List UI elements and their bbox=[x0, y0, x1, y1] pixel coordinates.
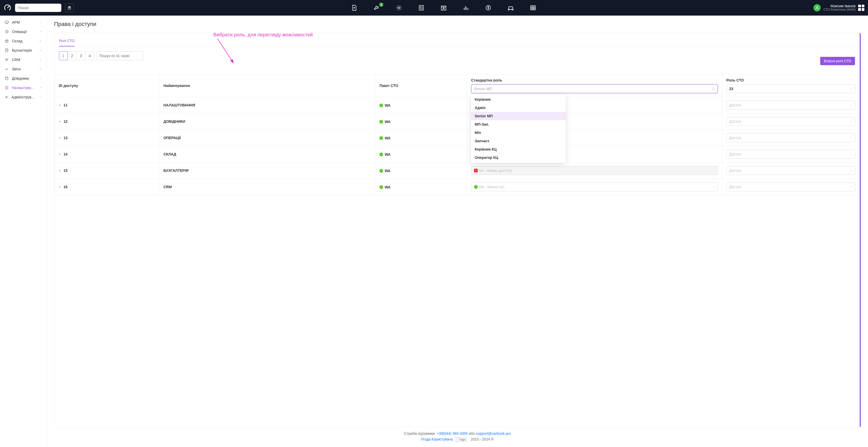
sto-role-select[interactable]: Доступ bbox=[726, 150, 855, 159]
user-name: Максим Іванов bbox=[823, 4, 856, 8]
sidebar-item-directories[interactable]: Довідники bbox=[0, 74, 46, 83]
role-option[interactable]: Керівник bbox=[471, 95, 566, 104]
top-nav: 3 bbox=[78, 4, 810, 11]
sliders-icon bbox=[5, 85, 8, 90]
sto-role-select[interactable]: Доступ bbox=[726, 166, 855, 175]
cell-sto-role: Доступ bbox=[722, 113, 860, 130]
role-option[interactable]: Адмін bbox=[471, 104, 566, 112]
page-2[interactable]: 2 bbox=[68, 51, 77, 60]
sel-placeholder: Доступ bbox=[729, 152, 741, 156]
sidebar-item-arm[interactable]: АРМ bbox=[0, 18, 46, 27]
user-block[interactable]: Максим Іванов СТО Клекотина (9444) bbox=[813, 4, 864, 12]
expand-icon[interactable]: + bbox=[59, 152, 61, 156]
role-option[interactable]: Запчаст. bbox=[471, 137, 566, 145]
page-3[interactable]: 3 bbox=[77, 51, 86, 60]
cell-sto-role: Доступ bbox=[722, 179, 860, 195]
sidebar-item-warehouse[interactable]: Склад bbox=[0, 36, 46, 46]
cell-pkg: WA bbox=[375, 113, 467, 130]
cell-name: БУХГАЛТЕРІЯ bbox=[159, 163, 375, 179]
nav-car[interactable] bbox=[507, 4, 514, 11]
car-icon bbox=[507, 5, 514, 11]
footer-email[interactable]: support@carbook.pro bbox=[476, 432, 511, 436]
svg-rect-10 bbox=[441, 6, 446, 10]
std-role-filter-value: Senior МП bbox=[474, 87, 492, 91]
chevron-down-icon bbox=[850, 87, 853, 90]
expand-icon[interactable]: + bbox=[59, 136, 61, 140]
std-role-filter[interactable]: Senior МП bbox=[471, 84, 718, 93]
speedometer-icon bbox=[4, 4, 11, 12]
chevron-down-icon bbox=[39, 96, 42, 99]
sel-text: WA - Міняти всі bbox=[479, 185, 504, 189]
std-role-dropdown: Керівник Адмін Senior МП МП-Зап. М/п Зап… bbox=[471, 94, 566, 163]
sto-role-select[interactable]: Доступ bbox=[726, 133, 855, 142]
role-option[interactable]: Керівник КЦ bbox=[471, 145, 566, 153]
user-icon bbox=[815, 6, 819, 10]
sto-role-filter[interactable]: 23 bbox=[726, 84, 855, 93]
gear-icon bbox=[396, 5, 402, 11]
sidebar-item-accounting[interactable]: Бухгалтерія bbox=[0, 46, 46, 55]
chevron-down-icon bbox=[39, 68, 42, 71]
chart-icon bbox=[5, 67, 9, 71]
cell-std-role: NA - Немає доступу bbox=[467, 163, 722, 179]
expand-icon[interactable]: + bbox=[59, 119, 61, 124]
nav-grid[interactable] bbox=[529, 4, 537, 11]
global-search[interactable] bbox=[15, 4, 61, 12]
footer-agreement[interactable]: Угода Користувача bbox=[421, 437, 453, 441]
role-option[interactable]: МП-Зап. bbox=[471, 120, 566, 129]
pkg-value: WA bbox=[384, 103, 391, 107]
apps-icon[interactable] bbox=[858, 5, 864, 11]
nav-tools[interactable]: 3 bbox=[373, 4, 380, 11]
sel-placeholder: Доступ bbox=[729, 136, 741, 140]
table-icon bbox=[530, 5, 536, 11]
check-icon bbox=[379, 104, 383, 107]
bank-button[interactable] bbox=[65, 4, 74, 12]
sto-role-select[interactable]: Доступ bbox=[726, 117, 855, 126]
sidebar-item-operations[interactable]: Операції bbox=[0, 27, 46, 36]
row-id: 13 bbox=[63, 136, 68, 140]
expand-icon[interactable]: + bbox=[59, 169, 61, 173]
svg-point-9 bbox=[422, 8, 423, 9]
logo[interactable] bbox=[4, 4, 11, 12]
dollar-icon bbox=[485, 5, 491, 11]
th-id: ID доступу bbox=[55, 74, 159, 97]
sto-role-select[interactable]: Доступ bbox=[726, 182, 855, 191]
svg-rect-35 bbox=[5, 77, 8, 80]
user-org: СТО Клекотина (9444) bbox=[823, 8, 856, 12]
table-row: +14СКЛАДWAДоступ bbox=[55, 146, 860, 163]
role-option[interactable]: М/п bbox=[471, 129, 566, 137]
nav-money[interactable] bbox=[485, 4, 492, 11]
page-1[interactable]: 1 bbox=[59, 51, 68, 60]
nav-new-doc[interactable] bbox=[350, 4, 358, 11]
expand-icon[interactable]: + bbox=[59, 103, 61, 107]
nav-sliders[interactable] bbox=[417, 4, 425, 11]
cell-sto-role: Доступ bbox=[722, 130, 860, 146]
sidebar-item-admin[interactable]: Адміністрування bbox=[0, 93, 46, 102]
role-option-selected[interactable]: Senior МП bbox=[471, 112, 566, 120]
expand-icon[interactable]: + bbox=[59, 185, 61, 189]
receipt-icon bbox=[5, 48, 9, 53]
main-content: Права і доступи Вибрати роль, для перегл… bbox=[47, 15, 868, 447]
cell-name: ОПЕРАЦІЇ bbox=[159, 130, 375, 146]
page-4[interactable]: 4 bbox=[86, 51, 94, 60]
sidebar-item-label: CRM bbox=[12, 58, 20, 62]
sidebar-item-crm[interactable]: CRM bbox=[0, 55, 46, 64]
sidebar-item-label: АРМ bbox=[12, 20, 20, 24]
sidebar-item-reports[interactable]: Звіти bbox=[0, 64, 46, 74]
nav-calendar[interactable] bbox=[440, 4, 447, 11]
sel-placeholder: Доступ bbox=[729, 103, 741, 107]
std-role-select[interactable]: NA - Немає доступу bbox=[471, 166, 718, 175]
std-role-select[interactable]: WA - Міняти всі bbox=[471, 182, 718, 191]
global-search-input[interactable] bbox=[18, 6, 63, 10]
svg-point-25 bbox=[816, 6, 818, 8]
footer-phone[interactable]: +38(044) 389-3355 bbox=[437, 432, 468, 436]
own-roles-button[interactable]: Власні ролі СТО bbox=[820, 57, 855, 65]
tab-roles[interactable]: Ролі СТО bbox=[59, 37, 74, 46]
chevron-down-icon bbox=[850, 120, 853, 123]
nav-chart[interactable] bbox=[462, 4, 470, 11]
role-option[interactable]: Оператор КЦ bbox=[471, 153, 566, 162]
id-search-input[interactable] bbox=[96, 51, 143, 60]
sidebar-item-settings[interactable]: Налаштування bbox=[0, 83, 46, 93]
nav-settings[interactable] bbox=[395, 4, 403, 11]
chevron-down-icon bbox=[39, 77, 42, 80]
sto-role-select[interactable]: Доступ bbox=[726, 101, 855, 109]
